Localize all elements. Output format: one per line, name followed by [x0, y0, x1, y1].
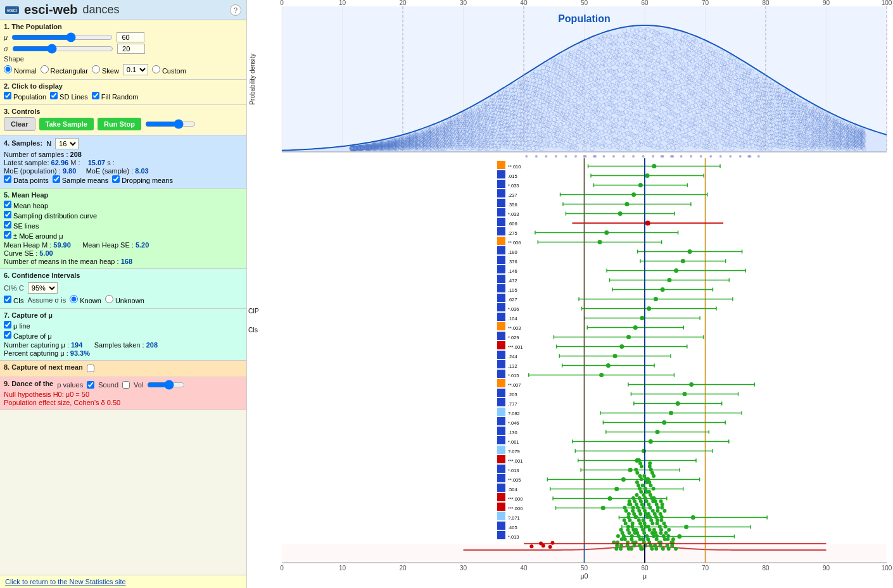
num-means-line: Number of means in the mean heap : 168 — [4, 258, 243, 265]
main-chart — [247, 0, 893, 588]
num-capturing-line: Number capturing μ : 194 Samples taken :… — [4, 341, 243, 349]
mu-line-check-label: μ line — [4, 321, 30, 330]
section2-title: 2. Click to display — [4, 82, 243, 90]
fill-random-checkbox[interactable] — [92, 92, 99, 99]
known-radio[interactable] — [70, 295, 78, 303]
mu-line-checkbox[interactable] — [4, 321, 11, 328]
shape-normal-radio[interactable] — [4, 65, 12, 73]
se-lines-check-label: SE lines — [4, 221, 39, 230]
section-dance-p: 9. Dance of the p values Sound Vol Null … — [0, 377, 246, 410]
num-samples-line: Number of samples : 208 — [4, 151, 243, 158]
dance-p-checkbox[interactable] — [87, 381, 94, 389]
run-stop-button[interactable]: Run Stop — [98, 118, 141, 130]
left-panel: esci esci-web dances ? 1. The Population… — [0, 0, 247, 588]
sd-lines-checkbox[interactable] — [50, 92, 58, 99]
M-value: 62.96 — [51, 159, 69, 166]
capture-mu-check-label: Capture of μ — [4, 331, 52, 340]
skew-select[interactable]: 0.10.51.0 — [123, 64, 148, 75]
mean-heap-check-label: Mean heap — [4, 201, 48, 210]
fill-random-check-label: Fill Random — [92, 92, 139, 101]
data-points-checkbox[interactable] — [4, 175, 11, 183]
shape-custom-radio[interactable] — [152, 65, 160, 73]
section4-title: 4. Samples: — [4, 139, 42, 147]
section-samples: 4. Samples: N 16483264 Number of samples… — [0, 135, 246, 189]
take-sample-button[interactable]: Take Sample — [39, 118, 94, 130]
section7-title: 7. Capture of μ — [4, 311, 243, 319]
footer-link[interactable]: Click to return to the New Statistics si… — [0, 575, 246, 588]
sampling-dist-checkbox[interactable] — [4, 211, 11, 218]
mean-heap-M-line: Mean Heap M : 59.90 Mean Heap SE : 5.20 — [4, 241, 243, 249]
app-title: esci-web — [24, 3, 77, 17]
curve-se-line: Curve SE : 5.00 — [4, 249, 243, 257]
esci-logo: esci — [5, 6, 19, 14]
assume-sigma-label: Assume σ is — [28, 296, 66, 304]
shape-rect-label: Rectangular — [41, 65, 88, 75]
null-hyp-line: Null hypothesis H0: μ0 = 50 — [4, 391, 243, 398]
data-points-label: Data points — [4, 175, 49, 184]
N-select[interactable]: 16483264 — [55, 138, 79, 149]
section-next-mean: 8. Capture of next mean — [0, 361, 246, 377]
vol-slider[interactable] — [147, 380, 185, 389]
se-lines-checkbox[interactable] — [4, 221, 11, 228]
header-bar: esci esci-web dances ? — [0, 0, 246, 20]
sound-label: Sound — [98, 381, 118, 389]
moe-mu-checkbox[interactable] — [4, 231, 11, 239]
cis-checkbox[interactable] — [4, 296, 11, 303]
clear-button[interactable]: Clear — [4, 117, 35, 131]
sound-checkbox[interactable] — [122, 381, 130, 389]
known-radio-label: Known — [70, 295, 101, 304]
latest-sample-line: Latest sample: 62.96 M : 15.07 s : — [4, 159, 243, 166]
section-display: 2. Click to display Population SD Lines … — [0, 80, 246, 105]
dropping-means-checkbox[interactable] — [112, 175, 120, 183]
moe-line: MoE (population) : 9.80 MoE (sample) : 8… — [4, 167, 243, 175]
moe-sample-value: 8.03 — [135, 167, 148, 175]
dropping-means-label: Dropping means — [112, 175, 173, 184]
effect-size-line: Population effect size, Cohen's δ 0.50 — [4, 399, 243, 406]
help-button[interactable]: ? — [230, 4, 241, 16]
shape-skew-label: Skew — [92, 65, 119, 75]
vol-label: Vol — [134, 381, 143, 389]
section3-title: 3. Controls — [4, 108, 243, 115]
unknown-radio-label: Unknown — [105, 295, 144, 304]
shape-rect-radio[interactable] — [41, 65, 49, 73]
section-mean-heap: 5. Mean Heap Mean heap Sampling distribu… — [0, 189, 246, 269]
shape-skew-radio[interactable] — [92, 65, 100, 73]
section5-title: 5. Mean Heap — [4, 191, 243, 199]
mean-heap-checkbox[interactable] — [4, 201, 11, 208]
percent-capturing-line: Percent capturing μ : 93.3% — [4, 349, 243, 357]
shape-custom-label: Custom — [152, 65, 186, 75]
mu-label: μ — [4, 34, 8, 41]
mu-input[interactable] — [117, 32, 144, 42]
capture-mu-checkbox[interactable] — [4, 331, 11, 339]
unknown-radio[interactable] — [105, 295, 113, 303]
section-capture-mu: 7. Capture of μ μ line Capture of μ Numb… — [0, 309, 246, 361]
cis-check-label: CIs — [4, 296, 24, 304]
ci-pct-label: CI% C — [4, 284, 24, 292]
p-label: p values — [57, 381, 83, 389]
s-value: 15.07 — [88, 159, 106, 166]
sample-means-checkbox[interactable] — [53, 175, 60, 183]
sigma-slider[interactable] — [12, 44, 113, 53]
sampling-dist-check-label: Sampling distribution curve — [4, 211, 97, 220]
right-panel — [247, 0, 893, 588]
section-population: 1. The Population μ σ Shape Normal Recta… — [0, 20, 246, 80]
next-mean-checkbox[interactable] — [87, 365, 94, 372]
section6-title: 6. Confidence Intervals — [4, 272, 80, 279]
section9-title: 9. Dance of the — [4, 380, 53, 387]
sigma-input[interactable] — [117, 44, 145, 54]
section-ci: 6. Confidence Intervals CI% C 90%95%99% … — [0, 269, 246, 309]
speed-slider[interactable] — [145, 120, 196, 128]
moe-mu-check-label: ± MoE around μ — [4, 231, 63, 240]
app-subtitle: dances — [83, 3, 120, 16]
sample-means-label: Sample means — [53, 175, 108, 184]
shape-label: Shape — [4, 55, 24, 63]
mu-slider[interactable] — [11, 33, 113, 42]
sd-lines-check-label: SD Lines — [50, 92, 88, 101]
ci-select[interactable]: 90%95%99% — [28, 282, 58, 294]
sigma-label: σ — [4, 45, 8, 53]
section1-title: 1. The Population — [4, 23, 243, 30]
N-label: N — [46, 140, 51, 147]
moe-pop-value: 9.80 — [63, 167, 76, 175]
population-checkbox[interactable] — [4, 92, 11, 99]
section8-title: 8. Capture of next mean — [4, 363, 83, 371]
